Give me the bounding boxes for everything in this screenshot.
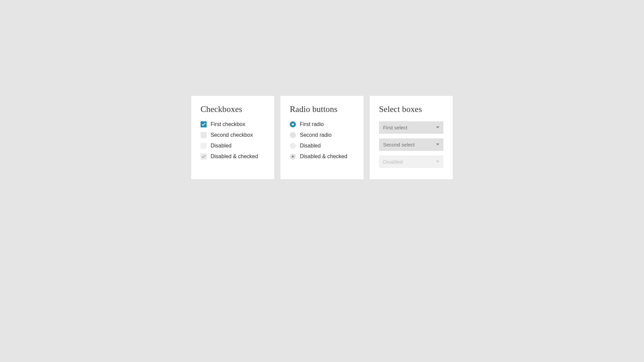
radio-row-second[interactable]: Second radio xyxy=(290,132,354,138)
select-value: Disabled xyxy=(383,159,402,165)
radio-label: Disabled & checked xyxy=(300,154,347,160)
radio-row-first[interactable]: First radio xyxy=(290,121,354,127)
radio-icon xyxy=(290,143,296,149)
select-disabled: Disabled xyxy=(379,156,443,168)
form-controls-showcase: Checkboxes First checkbox Second checkbo… xyxy=(191,96,453,179)
checkbox-icon[interactable] xyxy=(201,121,207,127)
checkbox-label: First checkbox xyxy=(211,121,245,127)
checkbox-label: Disabled & checked xyxy=(211,154,258,160)
radio-label: Disabled xyxy=(300,143,321,149)
radio-icon xyxy=(290,154,296,160)
chevron-down-icon xyxy=(436,126,439,128)
radio-label: Second radio xyxy=(300,132,331,138)
radio-icon[interactable] xyxy=(290,132,296,138)
checkboxes-title: Checkboxes xyxy=(201,105,265,114)
selects-title: Select boxes xyxy=(379,105,443,114)
checkbox-row-first[interactable]: First checkbox xyxy=(201,121,265,127)
select-second[interactable]: Second select xyxy=(379,138,443,151)
radio-row-disabled-checked: Disabled & checked xyxy=(290,154,354,160)
select-value: Second select xyxy=(383,142,415,147)
radios-card: Radio buttons First radio Second radio D… xyxy=(280,96,364,179)
radio-label: First radio xyxy=(300,121,324,127)
checkbox-icon[interactable] xyxy=(201,132,207,138)
selects-card: Select boxes First select Second select … xyxy=(370,96,453,179)
checkbox-row-second[interactable]: Second checkbox xyxy=(201,132,265,138)
checkboxes-card: Checkboxes First checkbox Second checkbo… xyxy=(191,96,274,179)
checkbox-icon xyxy=(201,154,207,160)
select-first[interactable]: First select xyxy=(379,121,443,134)
select-value: First select xyxy=(383,125,408,130)
checkbox-label: Disabled xyxy=(211,143,231,149)
checkbox-row-disabled: Disabled xyxy=(201,143,265,149)
chevron-down-icon xyxy=(436,143,439,145)
radios-title: Radio buttons xyxy=(290,105,354,114)
checkbox-row-disabled-checked: Disabled & checked xyxy=(201,154,265,160)
checkbox-label: Second checkbox xyxy=(211,132,253,138)
checkbox-icon xyxy=(201,143,207,149)
radio-icon[interactable] xyxy=(290,121,296,127)
chevron-down-icon xyxy=(436,161,439,163)
radio-row-disabled: Disabled xyxy=(290,143,354,149)
